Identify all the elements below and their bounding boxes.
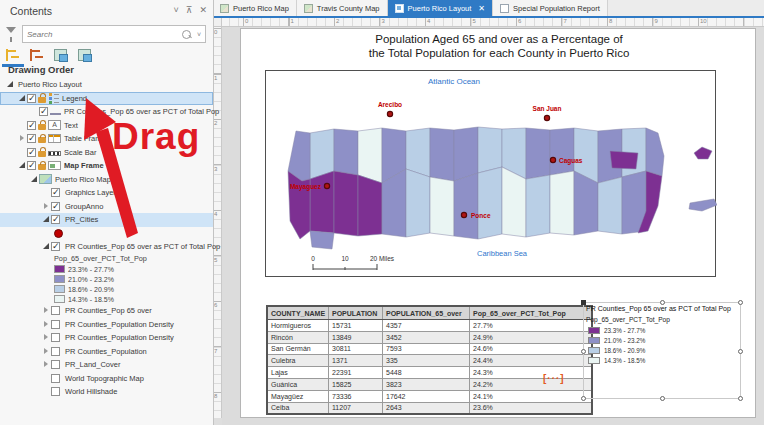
layout-page[interactable]: Population Aged 65 and over as a Percent… bbox=[240, 28, 756, 418]
tree-item-world-topographic-map[interactable]: World Topographic Map bbox=[0, 372, 213, 386]
class-row-18-6-20-9[interactable]: 18.6% - 20.9% bbox=[0, 284, 213, 294]
visibility-checkbox[interactable] bbox=[27, 121, 36, 130]
class-swatch[interactable] bbox=[54, 275, 65, 283]
visibility-checkbox[interactable] bbox=[27, 134, 36, 143]
collapse-icon[interactable] bbox=[18, 94, 27, 103]
tree-item-table-frame[interactable]: Table Frame bbox=[0, 132, 213, 146]
tree-item-world-hillshade[interactable]: World Hillshade bbox=[0, 385, 213, 399]
visibility-checkbox[interactable] bbox=[51, 360, 60, 369]
tree-item-pr-counties-pop-65-over-as-pct-of-total-pop[interactable]: PR Counties_Pop 65 over as PCT of Total … bbox=[0, 240, 213, 254]
tree-item-legend[interactable]: Legend bbox=[0, 92, 213, 106]
legend-element[interactable]: PR Counties_Pop 65 over as PCT of Total … bbox=[583, 302, 741, 399]
visibility-checkbox[interactable] bbox=[51, 320, 60, 329]
selection-handle-br[interactable] bbox=[738, 396, 743, 401]
visibility-checkbox[interactable] bbox=[27, 94, 36, 103]
selection-handle-bm[interactable] bbox=[660, 396, 665, 401]
list-by-editing-button[interactable] bbox=[76, 47, 94, 63]
close-icon[interactable]: ✕ bbox=[199, 5, 207, 15]
red-dot-symbol[interactable] bbox=[54, 229, 63, 238]
tree-item-pr-counties-pop-65-over[interactable]: PR Counties_Pop 65 over bbox=[0, 304, 213, 318]
tree-item-pr-land-cover[interactable]: PR_Land_Cover bbox=[0, 358, 213, 372]
tab-special-population-report[interactable]: Special Population Report bbox=[493, 0, 608, 16]
class-swatch[interactable] bbox=[54, 285, 65, 293]
expand-icon[interactable] bbox=[42, 320, 51, 329]
visibility-checkbox[interactable] bbox=[51, 242, 60, 251]
visibility-checkbox[interactable] bbox=[51, 202, 60, 211]
class-row-14-3-18-5[interactable]: 14.3% - 18.5% bbox=[0, 294, 213, 304]
symbology-field-label[interactable]: Pop_65_over_PCT_Tot_Pop bbox=[0, 253, 213, 264]
point-symbol-row[interactable] bbox=[0, 227, 213, 240]
expand-icon[interactable] bbox=[42, 333, 51, 342]
tab-puerto-rico-map[interactable]: Puerto Rico Map bbox=[213, 0, 297, 16]
visibility-checkbox[interactable] bbox=[51, 215, 60, 224]
class-swatch[interactable] bbox=[54, 295, 65, 303]
tab-puerto-rico-layout[interactable]: Puerto Rico Layout✕ bbox=[388, 0, 494, 16]
lock-icon[interactable] bbox=[38, 164, 46, 170]
layout-title-line1[interactable]: Population Aged 65 and over as a Percent… bbox=[241, 33, 757, 45]
tree-item-puerto-rico-layout[interactable]: Puerto Rico Layout bbox=[0, 78, 213, 92]
tree-item-text[interactable]: AText bbox=[0, 119, 213, 133]
expand-icon[interactable] bbox=[42, 360, 51, 369]
list-by-selection-button[interactable] bbox=[52, 47, 70, 63]
municipio-cell bbox=[406, 128, 430, 177]
lock-icon[interactable] bbox=[38, 151, 46, 157]
tab-travis-county-map[interactable]: Travis County Map bbox=[297, 0, 388, 16]
tree-item-pr-counties-pop-65-over-as-pct-of-total-pop[interactable]: PR Counties_Pop 65 over as PCT of Total … bbox=[0, 105, 213, 119]
collapse-icon[interactable] bbox=[30, 175, 39, 184]
search-input[interactable] bbox=[23, 30, 182, 39]
tree-item-graphics-layer[interactable]: Graphics Layer bbox=[0, 186, 213, 200]
expand-icon[interactable] bbox=[42, 347, 51, 356]
lock-icon[interactable] bbox=[38, 137, 46, 143]
selection-handle-mr[interactable] bbox=[738, 349, 743, 354]
tree-item-pr-counties-population[interactable]: PR Counties_Population bbox=[0, 345, 213, 359]
search-box[interactable]: ˅ bbox=[22, 25, 206, 43]
tree-item-pr-cities[interactable]: PR_Cities bbox=[0, 213, 213, 227]
class-row-23-3-27-7[interactable]: 23.3% - 27.7% bbox=[0, 264, 213, 274]
chevron-down-icon[interactable]: ˅ bbox=[174, 5, 179, 15]
search-chevron-icon[interactable]: ˅ bbox=[197, 31, 201, 38]
visibility-checkbox[interactable] bbox=[51, 306, 60, 315]
tree-item-map-frame[interactable]: Map Frame bbox=[0, 159, 213, 173]
expander-spacer bbox=[42, 387, 51, 396]
collapse-icon[interactable] bbox=[42, 242, 51, 251]
expander-spacer bbox=[18, 121, 27, 130]
visibility-checkbox[interactable] bbox=[51, 333, 60, 342]
expand-icon[interactable] bbox=[42, 306, 51, 315]
layout-title-line2[interactable]: the Total Population for each County in … bbox=[241, 47, 757, 59]
filter-icon[interactable] bbox=[6, 27, 16, 33]
collapse-icon[interactable] bbox=[42, 215, 51, 224]
table-overflow-indicator[interactable]: [···] bbox=[543, 373, 565, 384]
collapse-icon[interactable] bbox=[6, 80, 15, 89]
selection-handle-bl[interactable] bbox=[581, 396, 586, 401]
tree-item-pr-counties-population-density[interactable]: PR Counties_Population Density bbox=[0, 331, 213, 345]
selection-handle-ml[interactable] bbox=[581, 349, 586, 354]
tree-item-puerto-rico-map[interactable]: Puerto Rico Map bbox=[0, 173, 213, 187]
class-row-21-0-23-2[interactable]: 21.0% - 23.2% bbox=[0, 274, 213, 284]
collapse-icon[interactable] bbox=[18, 161, 27, 170]
expand-icon[interactable] bbox=[42, 202, 51, 211]
visibility-checkbox[interactable] bbox=[51, 374, 60, 383]
list-by-source-button[interactable] bbox=[28, 47, 46, 63]
class-swatch[interactable] bbox=[54, 265, 65, 273]
tab-close-icon[interactable]: ✕ bbox=[478, 4, 485, 13]
map-frame[interactable]: 01020 MilesAreciboSan JuanMayaguezCaguas… bbox=[265, 70, 716, 277]
list-by-drawing-order-button[interactable] bbox=[4, 47, 22, 63]
visibility-checkbox[interactable] bbox=[39, 107, 48, 116]
selection-handle-tm[interactable] bbox=[660, 300, 665, 305]
lock-icon[interactable] bbox=[38, 124, 46, 130]
pin-icon[interactable]: ⊼ bbox=[186, 5, 193, 15]
visibility-checkbox[interactable] bbox=[27, 161, 36, 170]
layout-canvas[interactable]: Population Aged 65 and over as a Percent… bbox=[222, 27, 764, 425]
visibility-checkbox[interactable] bbox=[27, 148, 36, 157]
tree-item-scale-bar[interactable]: Scale Bar bbox=[0, 146, 213, 160]
selection-handle-tl[interactable] bbox=[581, 300, 586, 305]
lock-icon[interactable] bbox=[38, 97, 46, 103]
expand-icon[interactable] bbox=[18, 134, 27, 143]
county-table[interactable]: COUNTY_NAMEPOPULATIONPOPULATION_65_overP… bbox=[266, 305, 593, 415]
visibility-checkbox[interactable] bbox=[51, 188, 60, 197]
visibility-checkbox[interactable] bbox=[51, 387, 60, 396]
selection-handle-tr[interactable] bbox=[738, 300, 743, 305]
tree-item-groupanno[interactable]: GroupAnno bbox=[0, 200, 213, 214]
visibility-checkbox[interactable] bbox=[51, 347, 60, 356]
tree-item-pr-counties-population-density[interactable]: PR Counties_Population Density bbox=[0, 318, 213, 332]
